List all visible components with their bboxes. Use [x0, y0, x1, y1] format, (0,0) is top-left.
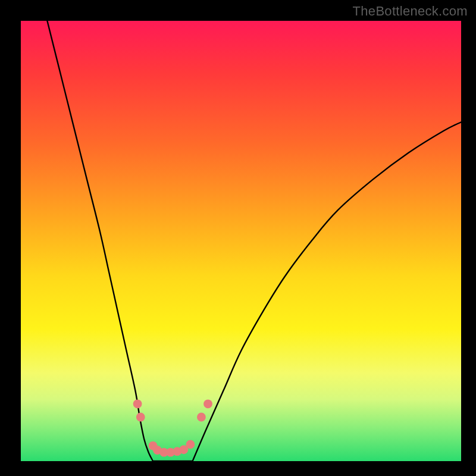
- data-marker: [133, 399, 142, 408]
- data-marker: [197, 413, 206, 422]
- plot-area: [21, 21, 461, 461]
- watermark-text: TheBottleneck.com: [353, 4, 468, 19]
- marker-group: [133, 399, 212, 456]
- curve-path: [47, 21, 461, 464]
- data-marker: [186, 440, 195, 449]
- data-marker: [136, 413, 145, 422]
- data-marker: [203, 399, 212, 408]
- chart-frame: TheBottleneck.com: [0, 0, 476, 476]
- bottleneck-curve: [21, 21, 461, 461]
